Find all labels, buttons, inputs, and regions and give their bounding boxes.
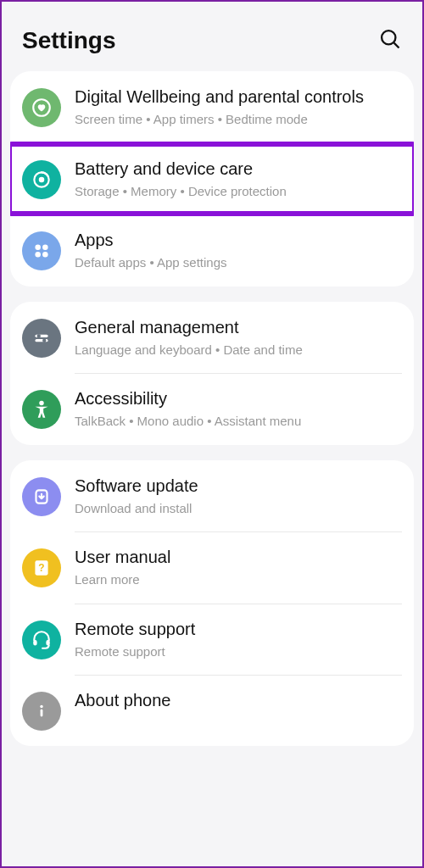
settings-group: Software update Download and install ? U… (10, 460, 414, 747)
item-subtitle: Remote support (75, 643, 402, 660)
device-care-icon (22, 160, 61, 199)
item-subtitle: Screen time • App timers • Bedtime mode (75, 111, 402, 128)
item-title: Software update (75, 476, 402, 497)
search-button[interactable] (378, 27, 402, 54)
software-update-icon (22, 477, 61, 516)
item-text: Battery and device care Storage • Memory… (75, 159, 402, 200)
svg-point-7 (35, 252, 41, 258)
page-title: Settings (22, 27, 115, 54)
settings-group: Digital Wellbeing and parental controls … (10, 71, 414, 287)
settings-item-general-management[interactable]: General management Language and keyboard… (10, 302, 414, 374)
settings-item-battery-device-care[interactable]: Battery and device care Storage • Memory… (10, 143, 414, 215)
search-icon (378, 27, 402, 51)
item-text: Apps Default apps • App settings (75, 230, 402, 271)
settings-group: General management Language and keyboard… (10, 302, 414, 445)
item-title: Battery and device care (75, 159, 402, 180)
user-manual-icon: ? (22, 548, 61, 587)
item-text: Software update Download and install (75, 476, 402, 517)
item-text: Remote support Remote support (75, 619, 402, 660)
apps-icon (22, 231, 61, 270)
item-title: Apps (75, 230, 402, 251)
item-subtitle: Learn more (75, 571, 402, 588)
item-text: General management Language and keyboard… (75, 317, 402, 359)
svg-point-13 (39, 401, 43, 405)
settings-item-user-manual[interactable]: ? User manual Learn more (10, 531, 414, 604)
general-management-icon (22, 319, 61, 358)
settings-item-digital-wellbeing[interactable]: Digital Wellbeing and parental controls … (10, 71, 414, 143)
item-title: Digital Wellbeing and parental controls (75, 86, 402, 108)
settings-item-apps[interactable]: Apps Default apps • App settings (10, 214, 414, 287)
item-title: User manual (75, 547, 402, 568)
header: Settings (2, 2, 422, 71)
accessibility-icon (22, 390, 61, 429)
remote-support-icon (22, 620, 61, 659)
item-title: Remote support (75, 619, 402, 640)
svg-point-12 (42, 338, 46, 342)
svg-point-6 (42, 244, 48, 250)
item-subtitle: Storage • Memory • Device protection (75, 183, 402, 200)
settings-list: Digital Wellbeing and parental controls … (2, 71, 422, 746)
item-text: User manual Learn more (75, 547, 402, 588)
svg-point-8 (42, 252, 48, 258)
settings-item-software-update[interactable]: Software update Download and install (10, 460, 414, 532)
item-subtitle: Language and keyboard • Date and time (75, 342, 402, 359)
svg-point-0 (382, 31, 395, 44)
item-text: Accessibility TalkBack • Mono audio • As… (75, 388, 402, 430)
item-text: Digital Wellbeing and parental controls … (75, 86, 402, 128)
settings-item-about-phone[interactable]: About phone (10, 675, 414, 746)
item-title: About phone (75, 690, 402, 711)
svg-line-1 (394, 43, 399, 48)
settings-item-remote-support[interactable]: Remote support Remote support (10, 604, 414, 676)
wellbeing-icon (22, 88, 61, 127)
item-subtitle: Default apps • App settings (75, 254, 402, 271)
item-subtitle: TalkBack • Mono audio • Assistant menu (75, 413, 402, 430)
svg-text:?: ? (38, 562, 44, 574)
item-title: Accessibility (75, 388, 402, 409)
svg-point-4 (39, 176, 45, 182)
item-subtitle: Download and install (75, 500, 402, 517)
item-title: General management (75, 317, 402, 338)
settings-item-accessibility[interactable]: Accessibility TalkBack • Mono audio • As… (10, 373, 414, 445)
svg-point-5 (35, 244, 41, 250)
svg-point-11 (37, 334, 41, 337)
about-phone-icon (22, 692, 61, 731)
item-text: About phone (75, 690, 402, 715)
svg-point-19 (40, 705, 42, 708)
svg-rect-20 (41, 709, 43, 717)
svg-rect-17 (33, 640, 36, 646)
